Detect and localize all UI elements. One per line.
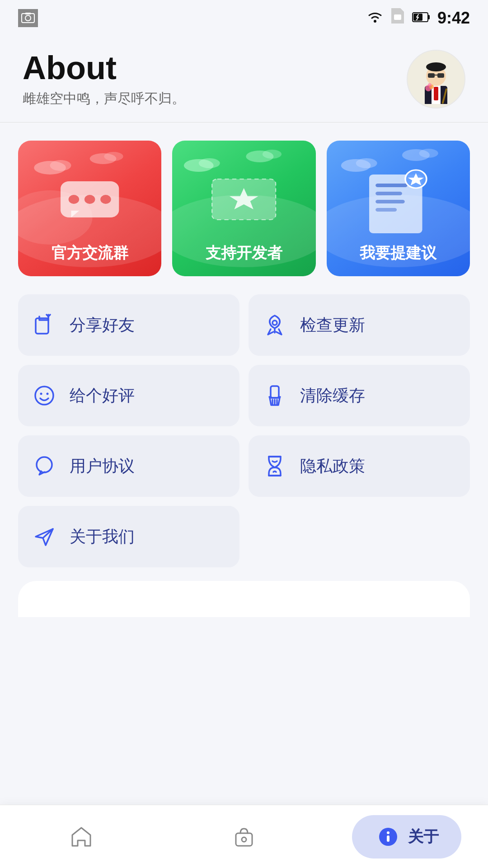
page-subtitle: 雌雄空中鸣，声尽呼不归。 [23,90,185,108]
time-display: 9:42 [437,9,470,28]
svg-point-53 [35,387,53,405]
header: About 雌雄空中鸣，声尽呼不归。 [0,36,488,123]
buttons-row-4: 关于我们 [18,506,470,567]
give-review-label: 给个好评 [70,385,135,407]
home-icon [68,823,95,850]
svg-rect-45 [375,192,402,195]
svg-point-67 [387,831,389,834]
svg-point-42 [419,149,438,158]
user-agreement-button[interactable]: 用户协议 [18,435,239,497]
buttons-row-3: 用户协议 隐私政策 [18,435,470,497]
svg-point-3 [374,20,376,23]
card-red-label: 官方交流群 [18,243,161,264]
smiley-icon [32,383,57,408]
nav-home[interactable] [0,823,163,850]
card-support-dev[interactable]: 支持开发者 [172,141,315,276]
nav-about[interactable]: 关于 [325,815,488,859]
share-icon [32,312,57,338]
header-left: About 雌雄空中鸣，声尽呼不归。 [23,50,185,108]
svg-point-60 [37,457,52,472]
battery-icon [412,9,430,28]
svg-rect-47 [375,208,397,212]
svg-point-28 [69,195,80,204]
about-us-label: 关于我们 [70,526,135,548]
page-title: About [23,50,185,86]
check-update-label: 检查更新 [300,314,365,336]
clear-cache-label: 清除缓存 [300,385,365,407]
svg-point-20 [428,83,432,87]
avatar-image [408,51,465,108]
nav-about-pill: 关于 [352,815,461,859]
svg-rect-44 [375,184,408,187]
chat-bubble-icon [32,453,57,479]
privacy-policy-label: 隐私政策 [300,455,365,477]
privacy-policy-button[interactable]: 隐私政策 [249,435,470,497]
give-review-button[interactable]: 给个好评 [18,365,239,426]
buttons-section: 分享好友 检查更新 [0,285,488,576]
svg-rect-14 [437,73,444,78]
svg-rect-15 [435,75,437,75]
svg-point-30 [100,195,111,204]
photo-icon [18,9,38,27]
svg-point-26 [104,152,123,161]
bottom-navigation: 关于 [0,805,488,868]
check-update-button[interactable]: 检查更新 [249,294,470,356]
avatar[interactable] [407,50,465,108]
svg-rect-13 [428,73,435,78]
svg-point-35 [263,150,282,159]
buttons-row-2: 给个好评 清除缓存 [18,365,470,426]
svg-rect-68 [387,835,389,842]
status-right: 9:42 [367,8,470,28]
broom-icon [262,383,287,408]
svg-point-16 [426,62,446,71]
partial-circle-decoration [18,581,470,617]
card-blue-label: 我要提建议 [327,243,470,264]
wifi-icon [367,9,383,28]
buttons-row-1: 分享好友 检查更新 [18,294,470,356]
svg-point-65 [242,837,246,842]
svg-point-54 [40,393,42,395]
share-friends-button[interactable]: 分享好友 [18,294,239,356]
nav-bag[interactable] [163,823,325,850]
about-nav-icon [375,823,402,850]
about-us-button[interactable]: 关于我们 [18,506,239,567]
svg-point-40 [356,158,377,168]
status-left [18,9,38,27]
svg-point-29 [84,195,95,204]
svg-point-33 [199,158,220,168]
cards-section: 官方交流群 支持开发者 [0,123,488,285]
svg-point-24 [50,160,71,171]
card-official-group[interactable]: 官方交流群 [18,141,161,276]
share-friends-label: 分享好友 [70,314,135,336]
paper-plane-icon [32,524,57,549]
hourglass-icon [262,453,287,479]
svg-rect-46 [375,200,405,203]
card-suggest[interactable]: 我要提建议 [327,141,470,276]
card-green-label: 支持开发者 [172,243,315,264]
clear-cache-button[interactable]: 清除缓存 [249,365,470,426]
svg-rect-6 [428,15,430,19]
svg-rect-11 [434,87,438,100]
user-agreement-label: 用户协议 [70,455,135,477]
rocket-icon [262,312,287,338]
bag-icon [230,823,258,850]
svg-rect-64 [236,833,252,846]
svg-rect-2 [25,13,31,14]
svg-rect-56 [271,386,279,398]
status-bar: 9:42 [0,0,488,36]
svg-rect-4 [394,14,401,20]
svg-point-55 [47,393,49,395]
svg-point-1 [25,15,31,21]
nav-about-label: 关于 [408,826,439,847]
sim-icon [390,8,405,28]
svg-point-52 [272,321,277,325]
